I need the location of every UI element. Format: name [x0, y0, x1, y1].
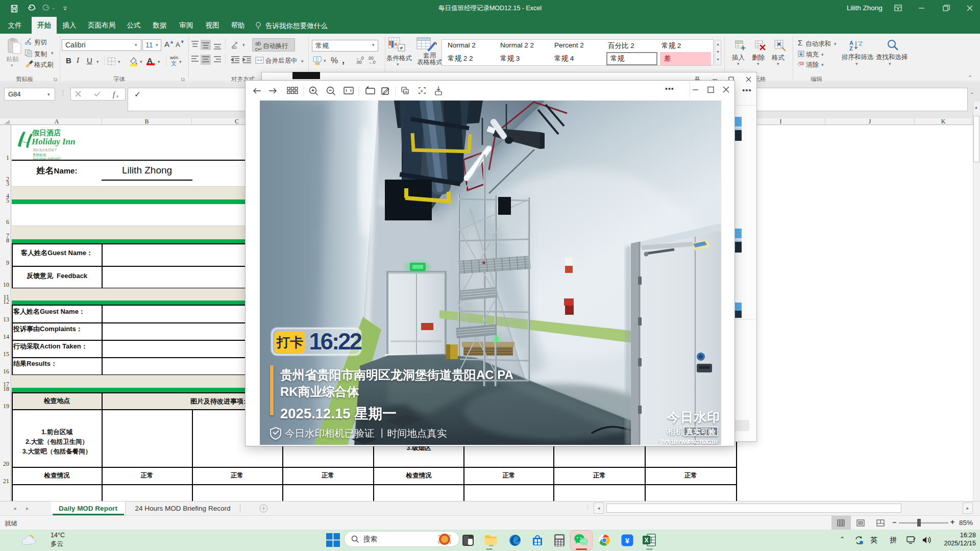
svg-text:今日水印相机已验证 丨时间地点真实: 今日水印相机已验证 丨时间地点真实	[285, 428, 447, 439]
svg-text:X: X	[644, 537, 648, 544]
svg-text:¥: ¥	[625, 536, 630, 545]
svg-text:Z: Z	[849, 45, 853, 52]
svg-text:16:22: 16:22	[309, 328, 361, 355]
svg-text:ab: ab	[232, 45, 237, 49]
svg-text:f: f	[113, 91, 116, 98]
svg-text:RK商业综合体: RK商业综合体	[280, 385, 360, 398]
svg-text:今日水印: 今日水印	[667, 410, 720, 424]
svg-text:≠: ≠	[400, 45, 403, 51]
svg-text:相机: 相机	[667, 427, 684, 436]
svg-text:打卡: 打卡	[276, 335, 303, 350]
svg-text:A: A	[405, 90, 408, 94]
svg-text:x: x	[116, 93, 118, 98]
svg-text:GUIYANG AIRPORT: GUIYANG AIRPORT	[33, 157, 61, 160]
svg-text:假日酒店: 假日酒店	[32, 129, 61, 137]
svg-text:x: x	[421, 88, 423, 93]
svg-text:贵阳机场: 贵阳机场	[33, 153, 46, 157]
svg-text:真实可验: 真实可验	[685, 428, 716, 436]
svg-text:洲际酒店集团旗下: 洲际酒店集团旗下	[33, 148, 57, 152]
svg-text:防伪 1BY9WPXGT63G1R: 防伪 1BY9WPXGT63G1R	[659, 438, 718, 445]
svg-text:2025.12.15 星期一: 2025.12.15 星期一	[280, 406, 397, 421]
svg-text:贵州省贵阳市南明区龙洞堡街道贵阳AC PA: 贵州省贵阳市南明区龙洞堡街道贵阳AC PA	[280, 368, 513, 382]
svg-text:Holiday Inn: Holiday Inn	[31, 137, 76, 146]
